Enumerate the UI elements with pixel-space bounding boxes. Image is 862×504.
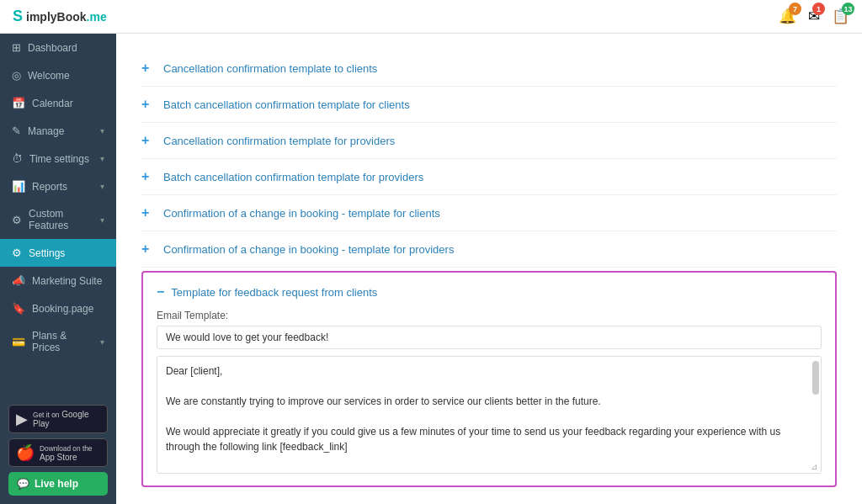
sidebar-label-marketing: Marketing Suite xyxy=(32,275,104,287)
manage-arrow-icon: ▾ xyxy=(100,126,104,135)
sidebar-item-booking-page[interactable]: 🔖 Booking.page xyxy=(0,294,116,322)
sidebar-item-custom-features[interactable]: ⚙ Custom Features ▾ xyxy=(0,200,116,239)
custom-arrow-icon: ▾ xyxy=(100,215,104,225)
live-help-button[interactable]: 💬 Live help xyxy=(8,472,108,496)
template-item-change-clients[interactable]: + Confirmation of a change in booking - … xyxy=(141,195,837,231)
welcome-icon: ◎ xyxy=(12,69,21,82)
app-store-badge[interactable]: 🍎 Download on the App Store xyxy=(8,438,108,467)
app-store-store: App Store xyxy=(40,453,77,462)
expand-icon: + xyxy=(141,133,155,148)
notifications-icon[interactable]: 🔔 7 xyxy=(779,8,796,25)
plans-icon: 💳 xyxy=(12,336,25,348)
resize-handle-icon[interactable]: ⊿ xyxy=(811,463,819,471)
google-play-icon: ▶ xyxy=(16,410,28,428)
plans-arrow-icon: ▾ xyxy=(100,337,104,347)
scrollbar-thumb xyxy=(812,361,819,395)
sidebar-item-time-settings[interactable]: ⏱ Time settings ▾ xyxy=(0,145,116,172)
sidebar-item-marketing[interactable]: 📣 Marketing Suite xyxy=(0,267,116,294)
reports-arrow-icon: ▾ xyxy=(100,182,104,191)
email-body-wrap: Dear [client], We are constantly trying … xyxy=(157,356,822,474)
template-item-cancellation-providers[interactable]: + Cancellation confirmation template for… xyxy=(141,123,837,159)
expanded-section-label: Template for feedback request from clien… xyxy=(171,286,377,299)
topbar: S implyBook.me 🔔 7 ✉ 1 📋 13 xyxy=(0,0,862,34)
time-arrow-icon: ▾ xyxy=(100,154,104,163)
template-label: Confirmation of a change in booking - te… xyxy=(163,243,454,256)
time-settings-icon: ⏱ xyxy=(12,152,23,165)
sidebar-label-settings: Settings xyxy=(29,247,104,259)
logo-icon: S xyxy=(13,8,23,25)
expanded-header[interactable]: − Template for feedback request from cli… xyxy=(157,284,822,300)
reports-icon: 📊 xyxy=(12,180,25,193)
template-label: Confirmation of a change in booking - te… xyxy=(163,207,440,220)
manage-icon: ✎ xyxy=(12,125,21,137)
sidebar-item-settings[interactable]: ⚙ Settings xyxy=(0,239,116,267)
calendar-icon: 📅 xyxy=(12,97,25,109)
template-label: Batch cancellation confirmation template… xyxy=(163,98,410,111)
sidebar-label-dashboard: Dashboard xyxy=(28,42,104,54)
marketing-icon: 📣 xyxy=(12,274,25,287)
expanded-feedback-section: − Template for feedback request from cli… xyxy=(141,271,837,487)
sidebar-label-booking-page: Booking.page xyxy=(32,303,104,315)
collapse-icon: − xyxy=(157,284,164,300)
sidebar-label-calendar: Calendar xyxy=(32,98,104,109)
template-item-cancellation-clients[interactable]: + Cancellation confirmation template to … xyxy=(141,50,837,87)
expand-icon: + xyxy=(141,241,155,257)
settings-icon: ⚙ xyxy=(12,247,22,259)
sidebar-label-welcome: Welcome xyxy=(28,70,104,82)
google-play-text: Get it on Google Play xyxy=(33,410,100,428)
sidebar-item-reports[interactable]: 📊 Reports ▾ xyxy=(0,172,116,200)
live-help-icon: 💬 xyxy=(17,478,29,490)
booking-page-icon: 🔖 xyxy=(12,302,25,315)
apple-icon: 🍎 xyxy=(16,443,35,462)
messages-badge: 1 xyxy=(812,3,825,15)
tasks-icon[interactable]: 📋 13 xyxy=(832,8,849,25)
topbar-icons: 🔔 7 ✉ 1 📋 13 xyxy=(779,8,849,25)
logo-text: implyBook.me xyxy=(26,10,107,24)
sidebar-label-time-settings: Time settings xyxy=(29,153,93,165)
sidebar-item-plans[interactable]: 💳 Plans & Prices ▾ xyxy=(0,322,116,361)
layout: ⊞ Dashboard ◎ Welcome 📅 Calendar ✎ Manag… xyxy=(0,34,862,504)
email-body-textarea[interactable]: Dear [client], We are constantly trying … xyxy=(157,357,821,473)
email-subject-input[interactable] xyxy=(157,326,822,349)
custom-features-icon: ⚙ xyxy=(12,214,22,226)
expand-icon: + xyxy=(141,97,155,112)
template-label: Cancellation confirmation template to cl… xyxy=(163,62,377,75)
live-help-label: Live help xyxy=(35,478,78,490)
sidebar-bottom: ▶ Get it on Google Play 🍎 Download on th… xyxy=(0,396,116,504)
logo: S implyBook.me xyxy=(13,8,107,25)
sidebar-item-dashboard[interactable]: ⊞ Dashboard xyxy=(0,34,116,61)
sidebar-label-manage: Manage xyxy=(28,125,93,137)
google-play-label: Get it on xyxy=(33,411,59,419)
tasks-badge: 13 xyxy=(842,3,854,15)
email-template-label: Email Template: xyxy=(157,310,822,321)
sidebar-label-plans: Plans & Prices xyxy=(32,330,93,353)
dashboard-icon: ⊞ xyxy=(12,41,21,54)
messages-icon[interactable]: ✉ 1 xyxy=(808,8,820,25)
template-item-new-review[interactable]: + New review notification to company xyxy=(141,494,837,504)
template-label: Cancellation confirmation template for p… xyxy=(163,135,395,147)
expand-icon: + xyxy=(141,169,155,184)
expand-icon: + xyxy=(141,61,155,76)
sidebar-item-welcome[interactable]: ◎ Welcome xyxy=(0,61,116,89)
template-label: Batch cancellation confirmation template… xyxy=(163,171,423,183)
template-item-batch-cancellation-providers[interactable]: + Batch cancellation confirmation templa… xyxy=(141,159,837,195)
notifications-badge: 7 xyxy=(789,3,801,15)
sidebar: ⊞ Dashboard ◎ Welcome 📅 Calendar ✎ Manag… xyxy=(0,34,116,504)
expand-icon: + xyxy=(141,205,155,220)
sidebar-item-calendar[interactable]: 📅 Calendar xyxy=(0,89,116,117)
app-store-label: Download on the xyxy=(40,444,93,453)
template-item-batch-cancellation-clients[interactable]: + Batch cancellation confirmation templa… xyxy=(141,87,837,123)
app-store-text: Download on the App Store xyxy=(40,443,100,462)
template-item-change-providers[interactable]: + Confirmation of a change in booking - … xyxy=(141,231,837,268)
google-play-badge[interactable]: ▶ Get it on Google Play xyxy=(8,405,108,433)
sidebar-label-reports: Reports xyxy=(32,181,93,193)
sidebar-label-custom-features: Custom Features xyxy=(29,208,93,231)
main-content: + Cancellation confirmation template to … xyxy=(116,34,862,504)
sidebar-item-manage[interactable]: ✎ Manage ▾ xyxy=(0,117,116,145)
